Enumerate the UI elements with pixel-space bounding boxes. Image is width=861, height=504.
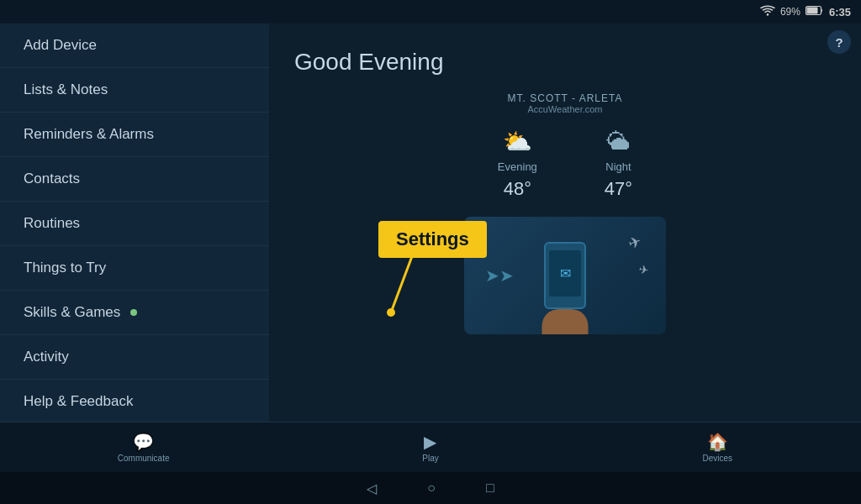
content-area: ? Good Evening MT. SCOTT - ARLETA AccuWe…	[269, 24, 861, 422]
sidebar-item-activity[interactable]: Activity	[0, 335, 269, 380]
settings-callout-label: Settings	[396, 228, 469, 249]
weather-cards: ⛅ Evening 48° 🌥 Night 47°	[498, 128, 632, 200]
phone-illustration: ✉	[544, 242, 586, 309]
weather-label-0: Evening	[498, 160, 537, 173]
wifi-icon	[760, 5, 775, 19]
sidebar-item-skills-games[interactable]: Skills & Games	[0, 291, 269, 335]
weather-location: MT. SCOTT - ARLETA	[508, 92, 623, 104]
status-icons: 69% 6:35	[760, 5, 851, 19]
sidebar-item-things-to-try[interactable]: Things to Try	[0, 246, 269, 291]
weather-card-0: ⛅ Evening 48°	[498, 128, 537, 200]
svg-point-0	[767, 13, 769, 15]
svg-point-4	[387, 308, 395, 317]
weather-temp-1: 47°	[605, 178, 632, 200]
arrows-left-icon: ➤➤	[485, 265, 514, 286]
phone-screen: ✉	[549, 250, 581, 297]
devices-icon: 🏠	[707, 432, 728, 452]
weather-icon-0: ⛅	[503, 128, 532, 155]
paper-plane-2-icon: ✈	[638, 262, 651, 277]
callout-arrow	[374, 245, 475, 321]
sidebar-item-reminders-alarms[interactable]: Reminders & Alarms	[0, 113, 269, 157]
paper-plane-1-icon: ✈	[626, 232, 644, 254]
promo-card[interactable]: ➤➤ ✉ ✈ ✈	[464, 217, 666, 334]
home-button[interactable]: ○	[427, 480, 436, 496]
communicate-label: Communicate	[118, 454, 170, 463]
battery-pct: 69%	[780, 6, 800, 18]
weather-label-1: Night	[605, 160, 631, 173]
sidebar-item-contacts[interactable]: Contacts	[0, 157, 269, 202]
play-label: Play	[422, 454, 438, 463]
android-nav: ◁ ○ □	[0, 472, 861, 504]
nav-item-devices[interactable]: 🏠 Devices	[684, 432, 751, 463]
help-button[interactable]: ?	[827, 30, 851, 54]
recent-button[interactable]: □	[486, 480, 494, 496]
weather-source: AccuWeather.com	[527, 104, 602, 114]
sidebar: Add DeviceLists & NotesReminders & Alarm…	[0, 24, 269, 422]
weather-icon-1: 🌥	[606, 128, 630, 155]
nav-item-play[interactable]: ▶ Play	[397, 432, 464, 463]
nav-item-communicate[interactable]: 💬 Communicate	[110, 432, 177, 463]
svg-rect-2	[806, 8, 817, 14]
battery-icon	[806, 5, 824, 18]
main-area: Add DeviceLists & NotesReminders & Alarm…	[0, 24, 861, 422]
greeting-text: Good Evening	[294, 49, 836, 76]
svg-line-3	[391, 245, 416, 312]
weather-section: MT. SCOTT - ARLETA AccuWeather.com ⛅ Eve…	[294, 92, 836, 200]
play-icon: ▶	[424, 432, 436, 452]
sidebar-item-lists-notes[interactable]: Lists & Notes	[0, 68, 269, 113]
status-bar: 69% 6:35	[0, 0, 861, 24]
devices-label: Devices	[703, 454, 733, 463]
promo-card-bg: ➤➤ ✉ ✈ ✈	[464, 217, 666, 334]
back-button[interactable]: ◁	[367, 480, 377, 496]
sidebar-item-routines[interactable]: Routines	[0, 202, 269, 246]
weather-card-1: 🌥 Night 47°	[605, 128, 632, 200]
notification-dot	[130, 309, 137, 316]
sidebar-item-add-device[interactable]: Add Device	[0, 24, 269, 68]
sidebar-item-help-feedback[interactable]: Help & Feedback	[0, 380, 269, 422]
communicate-icon: 💬	[133, 432, 154, 452]
hand-illustration	[542, 309, 589, 334]
bottom-nav: 💬 Communicate ▶ Play 🏠 Devices	[0, 422, 861, 472]
envelope-icon: ✉	[560, 265, 571, 281]
time-display: 6:35	[829, 6, 851, 18]
weather-temp-0: 48°	[504, 178, 531, 200]
